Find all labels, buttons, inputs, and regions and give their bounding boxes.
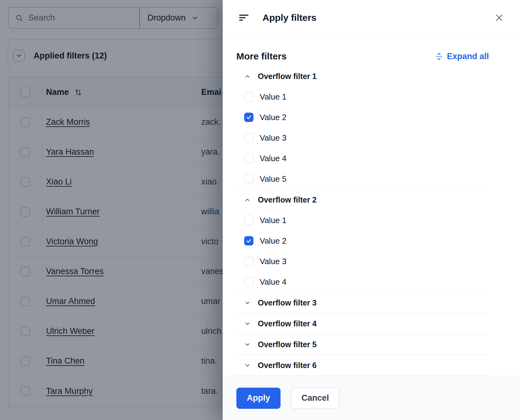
chevron-up-icon [244, 197, 251, 203]
section-title: Overflow filter 1 [258, 72, 317, 81]
chevron-up-icon [244, 73, 251, 80]
chevron-down-icon [244, 341, 251, 348]
chevron-down-icon [244, 320, 251, 327]
checkbox[interactable] [244, 174, 253, 184]
drawer-header: Apply filters [223, 0, 520, 35]
more-filters-heading: More filters [236, 51, 287, 62]
section-header-overflow-filter-1[interactable]: Overflow filter 1 [236, 66, 489, 86]
cancel-button[interactable]: Cancel [291, 388, 339, 409]
chevron-down-icon [244, 300, 251, 306]
checkbox[interactable] [244, 113, 253, 122]
filter-option: Value 1 [236, 210, 489, 231]
filter-option: Value 3 [236, 251, 489, 272]
filter-option: Value 4 [236, 148, 489, 169]
section-title: Overflow filter 3 [258, 298, 317, 307]
section-header-overflow-filter-2[interactable]: Overflow filter 2 [236, 189, 489, 210]
checkbox-label[interactable]: Value 2 [260, 236, 286, 246]
checkbox[interactable] [244, 257, 253, 266]
filter-option: Value 3 [236, 128, 489, 148]
checkbox[interactable] [244, 236, 253, 245]
filter-section: Overflow filter 6 [236, 355, 489, 376]
checkbox-label[interactable]: Value 4 [260, 154, 286, 163]
filter-section: Overflow filter 5 [236, 334, 489, 355]
filter-option: Value 5 [236, 169, 489, 189]
filter-section: Overflow filter 2 Value 1 Value 2 Value … [236, 189, 489, 292]
filter-accordion: Overflow filter 1 Value 1 Value 2 Value … [236, 66, 489, 376]
section-header-overflow-filter-4[interactable]: Overflow filter 4 [236, 313, 489, 334]
expand-all-button[interactable]: Expand all [435, 52, 489, 61]
checkbox-label[interactable]: Value 3 [260, 133, 286, 143]
drawer-footer: Apply Cancel [223, 376, 520, 420]
expand-all-label: Expand all [447, 52, 489, 61]
drawer-title: Apply filters [262, 12, 316, 23]
filter-option: Value 2 [236, 231, 489, 251]
section-title: Overflow filter 5 [258, 340, 317, 349]
checkbox-label[interactable]: Value 4 [260, 277, 286, 287]
close-icon [494, 13, 504, 22]
section-title: Overflow filter 6 [258, 361, 317, 370]
close-button[interactable] [494, 13, 504, 22]
checkbox[interactable] [244, 133, 253, 142]
checkbox[interactable] [244, 277, 253, 287]
checkbox[interactable] [244, 216, 253, 225]
checkbox-label[interactable]: Value 5 [260, 174, 286, 184]
checkbox[interactable] [244, 154, 253, 163]
filter-section: Overflow filter 4 [236, 313, 489, 334]
section-header-overflow-filter-6[interactable]: Overflow filter 6 [236, 355, 489, 376]
filter-section: Overflow filter 3 [236, 292, 489, 313]
filter-option: Value 4 [236, 272, 489, 292]
apply-button[interactable]: Apply [236, 388, 281, 409]
checkbox-label[interactable]: Value 1 [260, 216, 286, 225]
apply-filters-drawer: Apply filters More filters Expand all [223, 0, 520, 420]
drawer-body: More filters Expand all [223, 35, 520, 376]
chevron-down-icon [244, 362, 251, 369]
expand-vertical-icon [435, 52, 443, 61]
filter-option: Value 2 [236, 107, 489, 128]
checkbox-label[interactable]: Value 2 [260, 113, 286, 122]
checkbox[interactable] [244, 92, 253, 101]
section-title: Overflow filter 2 [258, 195, 317, 204]
filter-lines-icon [239, 13, 249, 23]
checkbox-label[interactable]: Value 3 [260, 257, 286, 266]
filter-section: Overflow filter 1 Value 1 Value 2 Value … [236, 66, 489, 189]
section-title: Overflow filter 4 [258, 319, 317, 328]
checkbox-label[interactable]: Value 1 [260, 92, 286, 102]
filter-option: Value 1 [236, 86, 489, 107]
section-header-overflow-filter-5[interactable]: Overflow filter 5 [236, 334, 489, 355]
section-header-overflow-filter-3[interactable]: Overflow filter 3 [236, 292, 489, 313]
